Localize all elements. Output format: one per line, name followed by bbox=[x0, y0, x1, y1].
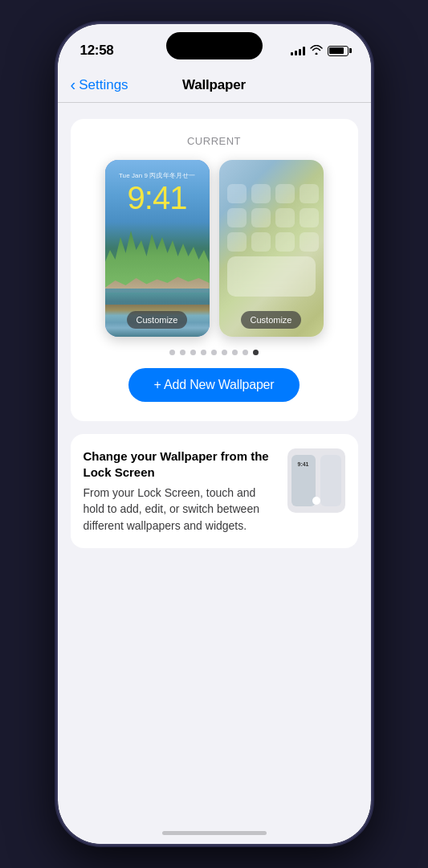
dot-4 bbox=[201, 350, 206, 355]
wifi-icon bbox=[310, 45, 323, 57]
dot-8 bbox=[243, 350, 248, 355]
chevron-left-icon: ‹ bbox=[71, 76, 76, 92]
home-icons-grid bbox=[227, 184, 316, 252]
battery-icon bbox=[328, 46, 349, 56]
info-title: Change your Wallpaper from the Lock Scre… bbox=[84, 448, 276, 480]
lock-customize-button[interactable]: Customize bbox=[127, 311, 188, 329]
home-customize-button[interactable]: Customize bbox=[241, 311, 302, 329]
dot-1 bbox=[169, 350, 175, 355]
home-icon bbox=[275, 232, 295, 252]
home-icon bbox=[300, 208, 319, 227]
dot-2 bbox=[180, 350, 185, 355]
add-wallpaper-button[interactable]: + Add New Wallpaper bbox=[128, 368, 300, 402]
section-label: CURRENT bbox=[187, 135, 241, 147]
signal-bars-icon bbox=[291, 46, 305, 55]
dot-9-active bbox=[253, 350, 259, 355]
dot-5 bbox=[211, 350, 217, 355]
lock-info: Tue Jan 9 丙戌年冬月せ一 9:41 bbox=[105, 171, 210, 215]
wallpaper-card: CURRENT Tue Jan 9 丙戌年冬月せ一 9:41 Customize bbox=[71, 119, 358, 421]
lock-screen-preview[interactable]: Tue Jan 9 丙戌年冬月せ一 9:41 Customize bbox=[105, 160, 210, 337]
status-time: 12:58 bbox=[80, 43, 114, 59]
home-icon bbox=[251, 232, 271, 252]
home-widget bbox=[227, 256, 316, 297]
back-button[interactable]: ‹ Settings bbox=[71, 77, 128, 93]
status-bar: 12:58 bbox=[58, 24, 371, 68]
lock-time: 9:41 bbox=[128, 180, 187, 215]
home-icon bbox=[300, 184, 319, 203]
info-text: Change your Wallpaper from the Lock Scre… bbox=[84, 448, 276, 534]
lock-date: Tue Jan 9 丙戌年冬月せ一 bbox=[119, 171, 195, 180]
pagination-dots bbox=[169, 350, 259, 355]
home-icon bbox=[300, 232, 319, 252]
home-icon bbox=[275, 208, 295, 227]
status-icons bbox=[291, 45, 349, 57]
info-illustration: 9:41 bbox=[287, 448, 345, 513]
home-indicator bbox=[58, 821, 371, 844]
info-card: Change your Wallpaper from the Lock Scre… bbox=[71, 434, 358, 548]
nav-bar: ‹ Settings Wallpaper bbox=[58, 68, 371, 103]
dot-7 bbox=[232, 350, 238, 355]
wallpaper-previews: Tue Jan 9 丙戌年冬月せ一 9:41 Customize bbox=[105, 160, 324, 337]
home-icon bbox=[251, 184, 271, 203]
page-title: Wallpaper bbox=[182, 77, 246, 93]
home-icon bbox=[251, 208, 271, 227]
home-icon bbox=[227, 184, 247, 203]
info-description: From your Lock Screen, touch and hold to… bbox=[84, 485, 276, 534]
dynamic-island bbox=[166, 32, 263, 59]
scroll-content: CURRENT Tue Jan 9 丙戌年冬月せ一 9:41 Customize bbox=[58, 103, 371, 821]
screen: 12:58 bbox=[58, 24, 371, 844]
home-icon bbox=[227, 208, 247, 227]
dot-6 bbox=[222, 350, 227, 355]
home-bar bbox=[162, 831, 267, 835]
lock-water bbox=[105, 289, 210, 305]
illus-circle bbox=[312, 497, 320, 505]
home-icon bbox=[227, 232, 247, 252]
back-label: Settings bbox=[79, 77, 128, 93]
home-icon bbox=[275, 184, 295, 203]
dot-3 bbox=[190, 350, 196, 355]
phone-frame: 12:58 bbox=[58, 24, 371, 844]
illus-home-screen bbox=[320, 455, 341, 506]
home-screen-preview[interactable]: Customize bbox=[219, 160, 324, 337]
